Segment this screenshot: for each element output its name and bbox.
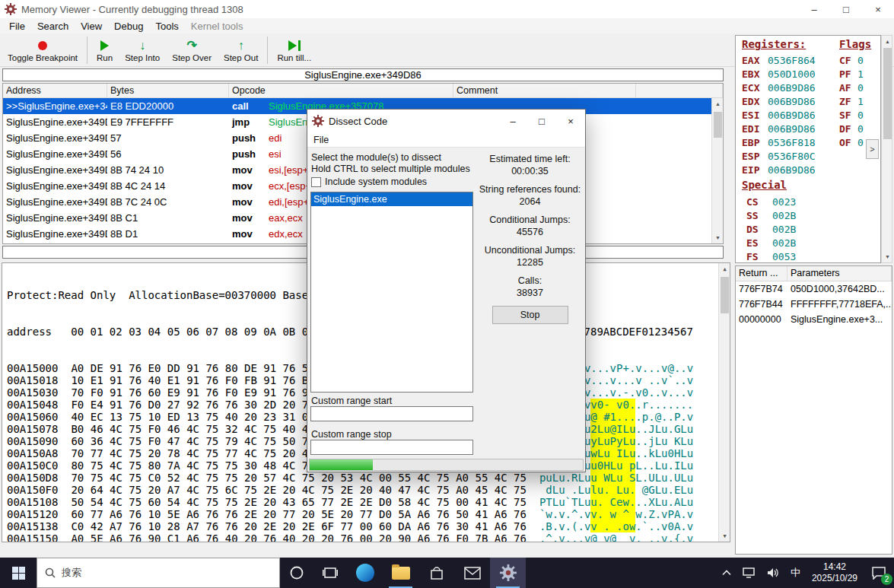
register-row[interactable]: ESI006B9D86 <box>742 109 816 122</box>
menu-item[interactable]: File <box>3 21 31 32</box>
special-register-row[interactable]: SS002B <box>746 209 796 223</box>
toolbar-button[interactable]: Step Into <box>119 36 166 64</box>
checkbox-label: Include system modules <box>325 176 427 187</box>
flag-row[interactable]: PF1 <box>839 68 864 81</box>
include-system-modules-option[interactable]: Include system modules <box>311 176 427 187</box>
scrollbar-thumb[interactable] <box>883 48 892 139</box>
special-register-row[interactable]: CS0023 <box>746 195 796 209</box>
register-row[interactable]: EDI006B9D86 <box>742 122 816 136</box>
hex-address: 00A15090 <box>7 435 58 447</box>
column-header-parameters[interactable]: Parameters <box>787 266 892 281</box>
toolbar-button[interactable]: Run <box>91 36 119 64</box>
stack-row[interactable]: 00000000SiglusEngine.exe+3... <box>736 312 892 327</box>
start-button[interactable] <box>0 558 37 588</box>
taskbar-app-store[interactable] <box>418 558 454 588</box>
disassembly-scrollbar[interactable]: ▲ ▼ <box>711 98 723 243</box>
scrollbar-thumb[interactable] <box>714 112 722 138</box>
flag-row[interactable]: SF0 <box>839 109 864 122</box>
checkbox[interactable] <box>311 177 321 187</box>
hexview-scrollbar[interactable]: ▲ ▼ <box>718 263 730 542</box>
taskbar-clock[interactable]: 14:42 2025/10/29 <box>806 558 864 588</box>
hex-row[interactable]: 00A15150A0 5E A6 76 90 C1 A6 76 40 20 76… <box>7 532 717 542</box>
column-header-comment[interactable]: Comment <box>453 84 636 97</box>
column-header-bytes[interactable]: Bytes <box>107 84 229 97</box>
toolbar-button[interactable]: Toggle Breakpoint <box>2 36 84 64</box>
cortana-button[interactable] <box>280 558 313 588</box>
registers-scrollbar[interactable]: ▲ ▼ <box>881 35 892 263</box>
taskbar-app-mail[interactable] <box>454 558 490 588</box>
menu-item-file[interactable]: File <box>307 135 329 145</box>
menu-item[interactable]: Tools <box>149 21 184 32</box>
register-row[interactable]: EBX050D1000 <box>742 68 816 81</box>
scroll-down-icon[interactable]: ▼ <box>882 251 893 262</box>
module-listbox[interactable]: SiglusEngine.exe <box>310 192 473 393</box>
hex-ascii: `w.v.^.vv. w ^ w.Z.vPA.v <box>539 508 693 520</box>
special-register-row[interactable]: DS002B <box>746 223 796 237</box>
tray-expand-button[interactable] <box>717 558 737 588</box>
column-header-address[interactable]: Address <box>3 84 107 97</box>
minimize-button[interactable]: – <box>798 0 830 18</box>
stack-row[interactable]: 776F7B44FFFFFFFF,77718EFA,... <box>736 297 892 312</box>
scroll-up-icon[interactable]: ▲ <box>719 263 730 275</box>
menu-item[interactable]: Search <box>31 21 75 32</box>
minimize-button[interactable]: – <box>498 110 527 132</box>
flag-row[interactable]: AF0 <box>839 81 864 95</box>
action-center-button[interactable]: 2 <box>864 558 894 588</box>
taskbar-app-edge[interactable] <box>347 558 383 588</box>
menu-item[interactable]: View <box>75 21 108 32</box>
hex-row[interactable]: 00A1510850 54 4C 75 60 54 4C 75 75 2E 20… <box>7 496 717 508</box>
scrollbar-thumb[interactable] <box>721 277 729 313</box>
stack-row[interactable]: 776F7B74050D1000,37642BD... <box>736 281 892 297</box>
register-row[interactable]: EDX006B9D86 <box>742 95 816 109</box>
toolbar-button[interactable]: Step Over <box>166 36 218 64</box>
network-status[interactable] <box>737 558 761 588</box>
ime-indicator[interactable]: 中 <box>785 558 806 588</box>
custom-range-stop-input[interactable] <box>310 440 473 455</box>
taskbar-app-file-explorer[interactable] <box>383 558 418 588</box>
stat-block: Calls:38937 <box>476 275 584 298</box>
taskbar-app-cheat-engine[interactable] <box>490 558 526 588</box>
special-register-row[interactable]: ES002B <box>746 237 796 250</box>
column-header-opcode[interactable]: Opcode <box>229 84 453 97</box>
register-name: ESP <box>742 150 768 164</box>
flag-row[interactable]: ZF1 <box>839 95 864 109</box>
volume-control[interactable] <box>761 558 785 588</box>
scroll-down-icon[interactable]: ▼ <box>719 530 730 542</box>
network-icon <box>742 567 756 579</box>
close-button[interactable]: × <box>862 0 894 18</box>
special-register-row[interactable]: FS0053 <box>746 250 796 264</box>
register-row[interactable]: ESP0536F80C <box>742 150 816 164</box>
hex-row[interactable]: 00A150F020 64 4C 75 20 A7 4C 75 6C 75 2E… <box>7 484 717 496</box>
register-row[interactable]: EAX0536F864 <box>742 54 816 68</box>
scroll-up-icon[interactable]: ▲ <box>712 98 724 110</box>
register-row[interactable]: ECX006B9D86 <box>742 81 816 95</box>
module-list-item[interactable]: SiglusEngine.exe <box>311 192 472 206</box>
hex-row[interactable]: 00A15138C0 42 A7 76 10 28 A7 76 76 20 2E… <box>7 520 717 532</box>
close-button[interactable]: × <box>556 110 585 132</box>
hex-row[interactable]: 00A150D870 75 4C 75 C0 52 4C 75 75 20 57… <box>7 472 717 484</box>
dissect-stats: Estimated time left:00:00:35String refer… <box>476 154 584 324</box>
flag-row[interactable]: DF0 <box>839 122 864 136</box>
cheat-engine-icon <box>500 564 517 581</box>
register-row[interactable]: EBP0536F818 <box>742 136 816 150</box>
scroll-down-icon[interactable]: ▼ <box>712 232 724 243</box>
address-input[interactable]: SiglusEngine.exe+349D86 <box>2 68 724 81</box>
toolbar-button[interactable]: Step Out <box>218 36 264 64</box>
menu-item[interactable]: Kernel tools <box>185 21 250 32</box>
register-row[interactable]: EIP006B9D86 <box>742 164 816 177</box>
scroll-up-icon[interactable]: ▲ <box>882 36 893 47</box>
maximize-button[interactable]: □ <box>527 110 556 132</box>
custom-range-start-input[interactable] <box>310 406 473 421</box>
hex-row[interactable]: 00A1512060 77 A6 76 10 5E A6 76 76 2E 20… <box>7 508 717 520</box>
expand-registers-button[interactable]: > <box>866 139 879 159</box>
toolbar-button[interactable]: Run till... <box>271 36 317 64</box>
dissect-code-dialog: Dissect Code – □ × File Select the modul… <box>307 109 586 472</box>
menu-item[interactable]: Debug <box>108 21 149 32</box>
maximize-button[interactable]: □ <box>830 0 862 18</box>
column-header-return[interactable]: Return ... <box>736 266 787 281</box>
flag-row[interactable]: CF0 <box>839 54 864 68</box>
stop-button[interactable]: Stop <box>492 306 568 324</box>
taskbar-search[interactable]: 搜索 <box>37 558 280 588</box>
task-view-button[interactable] <box>313 558 347 588</box>
flag-row[interactable]: OF0 <box>839 136 864 150</box>
